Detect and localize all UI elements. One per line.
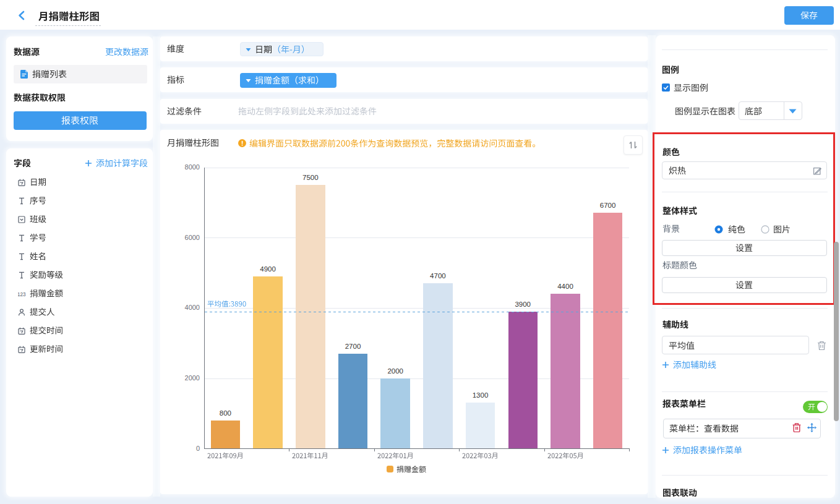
svg-text:123: 123 — [18, 291, 26, 297]
